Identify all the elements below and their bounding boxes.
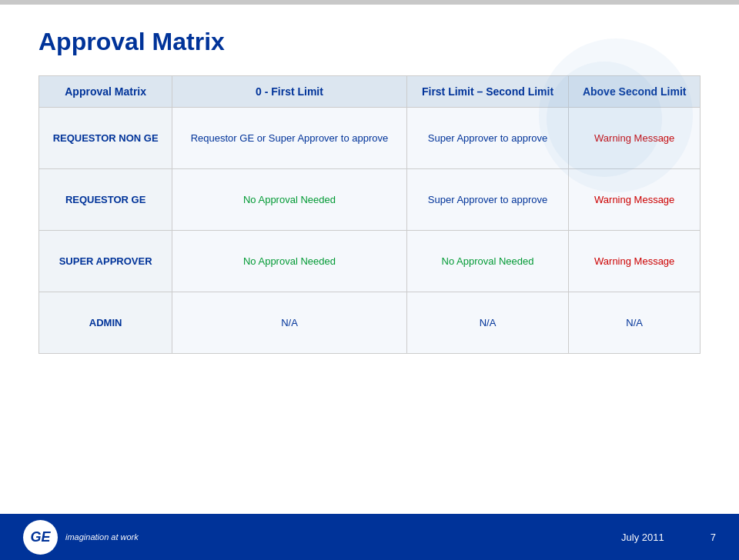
cell-requestor-non-ge-first: Requestor GE or Super Approver to approv…	[172, 108, 406, 169]
col-header-first-limit: 0 - First Limit	[172, 76, 406, 108]
cell-requestor-ge-first: No Approval Needed	[172, 169, 406, 231]
cell-admin-above: N/A	[569, 292, 701, 354]
col-header-first-second: First Limit – Second Limit	[406, 76, 569, 108]
row-header-requestor-non-ge: REQUESTOR NON GE	[39, 108, 172, 169]
cell-admin-first-second: N/A	[406, 292, 569, 354]
footer: GE imagination at work July 2011 7	[0, 514, 739, 560]
table-row: REQUESTOR NON GE Requestor GE or Super A…	[39, 108, 701, 169]
footer-date: July 2011	[621, 532, 664, 543]
content-area: Approval Matrix Approval Matrix 0 - Firs…	[0, 5, 739, 385]
approval-matrix-table: Approval Matrix 0 - First Limit First Li…	[38, 75, 701, 354]
cell-requestor-non-ge-first-second: Super Approver to approve	[406, 108, 569, 169]
cell-admin-first: N/A	[172, 292, 406, 354]
table-row: ADMIN N/A N/A N/A	[39, 292, 701, 354]
cell-super-approver-above: Warning Message	[569, 231, 701, 292]
col-header-above-second: Above Second Limit	[569, 76, 701, 108]
ge-logo-icon: GE	[23, 520, 58, 555]
col-header-matrix: Approval Matrix	[39, 76, 172, 108]
row-header-super-approver: SUPER APPROVER	[39, 231, 172, 292]
footer-tagline: imagination at work	[65, 532, 139, 542]
footer-logo-area: GE imagination at work	[23, 520, 139, 555]
cell-requestor-non-ge-above: Warning Message	[569, 108, 701, 169]
table-header-row: Approval Matrix 0 - First Limit First Li…	[39, 76, 701, 108]
page-title: Approval Matrix	[38, 28, 701, 56]
cell-requestor-ge-first-second: Super Approver to approve	[406, 169, 569, 231]
table-row: REQUESTOR GE No Approval Needed Super Ap…	[39, 169, 701, 231]
cell-super-approver-first-second: No Approval Needed	[406, 231, 569, 292]
table-row: SUPER APPROVER No Approval Needed No App…	[39, 231, 701, 292]
row-header-admin: ADMIN	[39, 292, 172, 354]
cell-super-approver-first: No Approval Needed	[172, 231, 406, 292]
slide: Approval Matrix Approval Matrix 0 - Firs…	[0, 0, 739, 560]
footer-page-number: 7	[711, 532, 716, 543]
row-header-requestor-ge: REQUESTOR GE	[39, 169, 172, 231]
cell-requestor-ge-above: Warning Message	[569, 169, 701, 231]
